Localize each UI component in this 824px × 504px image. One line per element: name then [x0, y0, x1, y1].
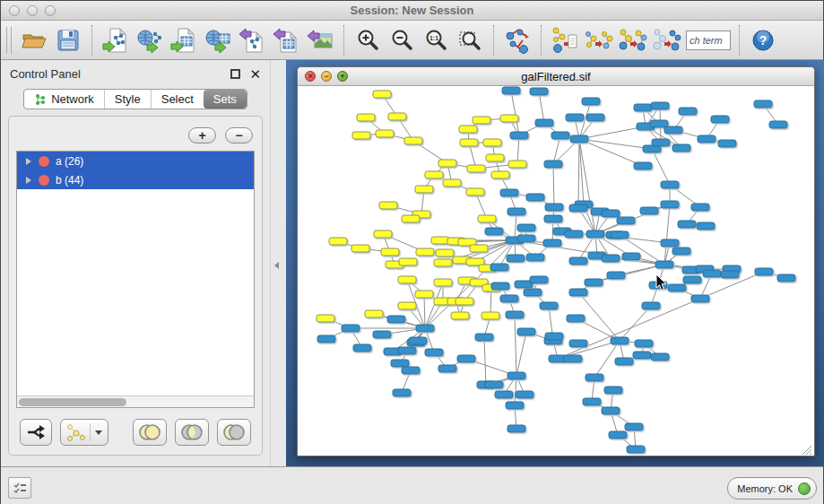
graph-node[interactable]: [524, 289, 542, 296]
graph-node[interactable]: [755, 268, 773, 275]
graph-edge[interactable]: [539, 91, 544, 123]
graph-node[interactable]: [615, 358, 633, 365]
graph-node[interactable]: [317, 335, 335, 343]
tab-sets[interactable]: Sets: [204, 90, 247, 109]
graph-node[interactable]: [672, 248, 690, 255]
horizontal-scrollbar[interactable]: [17, 395, 254, 407]
export-table-button[interactable]: [269, 23, 303, 57]
graph-node[interactable]: [455, 298, 473, 305]
split-set-button[interactable]: [20, 419, 52, 446]
graph-node[interactable]: [672, 144, 690, 152]
panel-divider[interactable]: [270, 60, 286, 466]
zoom-in-button[interactable]: [351, 23, 385, 57]
memory-status-button[interactable]: Memory: OK: [727, 477, 817, 500]
graph-node[interactable]: [551, 132, 569, 139]
graph-node[interactable]: [691, 204, 709, 211]
graph-node[interactable]: [481, 312, 499, 319]
graph-node[interactable]: [703, 270, 721, 277]
graph-node[interactable]: [634, 104, 652, 111]
graph-node[interactable]: [451, 312, 469, 319]
graph-node[interactable]: [365, 310, 383, 317]
graph-node[interactable]: [510, 132, 528, 139]
float-panel-icon[interactable]: [230, 69, 240, 79]
graph-node[interactable]: [633, 352, 651, 359]
graph-node[interactable]: [500, 189, 518, 196]
graph-node[interactable]: [402, 367, 420, 374]
graph-node[interactable]: [388, 113, 406, 120]
graph-node[interactable]: [668, 284, 686, 291]
graph-node[interactable]: [564, 355, 582, 362]
graph-node[interactable]: [655, 261, 673, 268]
graph-node[interactable]: [635, 340, 653, 347]
union-button[interactable]: [133, 419, 167, 446]
graph-node[interactable]: [622, 253, 640, 260]
graph-node[interactable]: [387, 316, 405, 323]
graph-node[interactable]: [582, 98, 600, 105]
graph-node[interactable]: [353, 344, 371, 352]
graph-edge[interactable]: [424, 294, 425, 328]
graph-edge[interactable]: [515, 212, 516, 240]
graph-node[interactable]: [640, 207, 658, 214]
set-row-a[interactable]: a (26): [17, 152, 254, 170]
tab-select[interactable]: Select: [151, 90, 204, 109]
graph-node[interactable]: [425, 171, 443, 178]
export-image-button[interactable]: [303, 23, 337, 57]
graph-edge[interactable]: [594, 265, 664, 282]
graph-node[interactable]: [642, 302, 660, 309]
expander-icon[interactable]: [26, 158, 31, 165]
graph-node[interactable]: [317, 315, 334, 322]
graph-node[interactable]: [431, 237, 449, 244]
graph-node[interactable]: [351, 245, 369, 252]
import-network-web-button[interactable]: [133, 23, 167, 57]
graph-node[interactable]: [374, 230, 392, 238]
graph-node[interactable]: [457, 355, 475, 362]
graph-node[interactable]: [569, 340, 587, 347]
graph-node[interactable]: [698, 135, 716, 143]
graph-node[interactable]: [585, 279, 603, 286]
graph-node[interactable]: [391, 360, 409, 367]
graph-node[interactable]: [508, 161, 526, 168]
graph-node[interactable]: [649, 282, 667, 289]
difference-button[interactable]: [217, 419, 251, 446]
graph-node[interactable]: [517, 224, 535, 231]
graph-node[interactable]: [602, 210, 620, 217]
graph-node[interactable]: [438, 365, 456, 372]
show-all-button[interactable]: [650, 23, 684, 57]
graph-node[interactable]: [711, 116, 729, 123]
graph-node[interactable]: [398, 347, 416, 354]
graph-node[interactable]: [490, 264, 508, 271]
zoom-out-button[interactable]: [385, 23, 419, 57]
graph-node[interactable]: [409, 337, 427, 344]
graph-node[interactable]: [526, 254, 544, 261]
graph-node[interactable]: [507, 372, 525, 379]
graph-node[interactable]: [617, 217, 635, 224]
graph-node[interactable]: [475, 334, 493, 341]
graph-node[interactable]: [652, 139, 670, 146]
graph-node[interactable]: [625, 423, 643, 430]
graph-node[interactable]: [535, 119, 553, 126]
first-neighbors-button[interactable]: [582, 23, 616, 57]
graph-node[interactable]: [567, 315, 585, 322]
graph-node[interactable]: [607, 272, 625, 279]
create-set-button[interactable]: [60, 419, 108, 446]
graph-node[interactable]: [436, 249, 454, 256]
graph-node[interactable]: [483, 139, 501, 146]
graph-node[interactable]: [434, 259, 452, 266]
graph-node[interactable]: [678, 221, 696, 228]
zoom-fit-selected-button[interactable]: [453, 23, 487, 57]
graph-node[interactable]: [517, 328, 535, 335]
graph-node[interactable]: [661, 201, 679, 208]
open-button[interactable]: [17, 23, 51, 57]
graph-node[interactable]: [661, 181, 679, 188]
graph-node[interactable]: [460, 139, 478, 146]
graph-edge[interactable]: [553, 135, 560, 164]
graph-node[interactable]: [404, 137, 422, 144]
intersection-button[interactable]: [175, 419, 209, 446]
graph-node[interactable]: [683, 276, 701, 283]
graph-node[interactable]: [473, 117, 490, 124]
graph-node[interactable]: [569, 289, 587, 296]
graph-edge[interactable]: [579, 126, 646, 139]
graph-node[interactable]: [602, 255, 620, 262]
graph-node[interactable]: [721, 271, 739, 278]
graph-node[interactable]: [434, 279, 452, 286]
